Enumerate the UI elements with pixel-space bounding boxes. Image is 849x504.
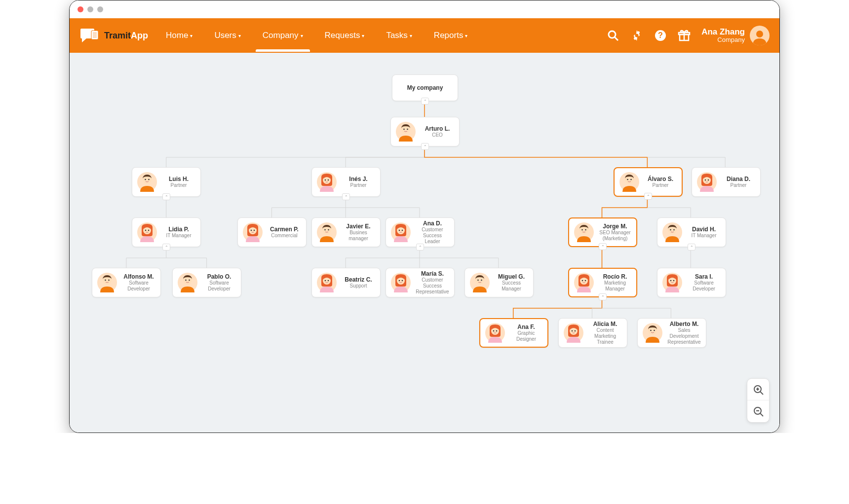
node-name: Inés J. bbox=[342, 176, 375, 182]
avatar-icon bbox=[97, 273, 117, 292]
node-name: Luis H. bbox=[162, 176, 195, 182]
collapse-toggle[interactable]: ⌃ bbox=[342, 193, 350, 200]
topbar-right: Ana Zhang Company bbox=[607, 26, 770, 45]
org-node-diana[interactable]: Diana D.Partner bbox=[692, 167, 761, 197]
app-topbar: TramitApp Home▾ Users▾ Company▾ Requests… bbox=[70, 18, 779, 53]
org-node-carmen[interactable]: Carmen P.Commercial bbox=[237, 217, 307, 247]
avatar-icon bbox=[391, 273, 411, 292]
node-name: My company bbox=[397, 84, 453, 91]
avatar-icon bbox=[574, 222, 594, 242]
org-node-beatriz[interactable]: Beatriz C.Support bbox=[311, 268, 381, 297]
node-name: Carmen P. bbox=[268, 226, 301, 233]
avatar-icon bbox=[396, 122, 416, 142]
node-name: María S. bbox=[416, 270, 449, 277]
avatar-icon bbox=[391, 222, 411, 242]
org-node-anad[interactable]: Ana D.Customer Success Leader ⌃ bbox=[386, 217, 455, 247]
app-logo[interactable]: TramitApp bbox=[79, 27, 148, 44]
org-chart-canvas[interactable]: My company ⌃ Arturo L.CEO ⌃ Luis H.Partn… bbox=[70, 53, 779, 432]
nav-requests[interactable]: Requests▾ bbox=[322, 20, 368, 51]
user-menu[interactable]: Ana Zhang Company bbox=[701, 26, 770, 45]
org-node-ceo[interactable]: Arturo L.CEO ⌃ bbox=[390, 117, 460, 146]
org-node-rocio[interactable]: Rocío R.Marketing Manager ⌃ bbox=[568, 268, 637, 297]
node-role: CEO bbox=[421, 132, 454, 138]
org-node-alicia[interactable]: Alicia M.Content Marketing Trainee bbox=[558, 318, 627, 348]
browser-window: TramitApp Home▾ Users▾ Company▾ Requests… bbox=[69, 0, 780, 433]
zoom-in-button[interactable] bbox=[747, 379, 769, 400]
org-node-alfonso[interactable]: Alfonso M.Software Developer bbox=[92, 268, 161, 297]
org-node-sara[interactable]: Sara I.Software Developer bbox=[657, 268, 726, 297]
logo-text: TramitApp bbox=[104, 31, 148, 41]
org-node-jorge[interactable]: Jorge M.SEO Manager (Marketing) ⌃ bbox=[568, 217, 637, 247]
org-node-anaf[interactable]: Ana F.Graphic Designer bbox=[479, 318, 548, 348]
collapse-toggle[interactable]: ⌃ bbox=[599, 293, 607, 300]
collapse-toggle[interactable]: ⌃ bbox=[599, 243, 607, 250]
nav-tasks[interactable]: Tasks▾ bbox=[383, 20, 415, 51]
org-node-luis[interactable]: Luis H.Partner ⌃ bbox=[132, 167, 201, 197]
avatar-icon bbox=[485, 323, 505, 343]
gift-icon[interactable] bbox=[678, 29, 691, 42]
node-role: IT Manager bbox=[687, 233, 721, 239]
chevron-down-icon: ▾ bbox=[410, 33, 412, 38]
org-node-lidia[interactable]: Lidia P.IT Manager ⌃ bbox=[132, 217, 201, 247]
main-nav: Home▾ Users▾ Company▾ Requests▾ Tasks▾ R… bbox=[163, 20, 607, 51]
node-name: Beatriz C. bbox=[342, 276, 375, 283]
collapse-toggle[interactable]: ⌃ bbox=[644, 193, 652, 200]
help-icon[interactable] bbox=[654, 29, 667, 42]
window-max-dot[interactable] bbox=[97, 6, 103, 12]
node-role: SEO Manager (Marketing) bbox=[599, 230, 631, 242]
org-node-maria[interactable]: María S.Customer Success Representative bbox=[386, 268, 455, 297]
avatar-icon bbox=[643, 323, 662, 343]
nav-users[interactable]: Users▾ bbox=[211, 20, 243, 51]
avatar-icon bbox=[564, 323, 583, 343]
window-min-dot[interactable] bbox=[87, 6, 93, 12]
org-node-david[interactable]: David H.IT Manager ⌃ bbox=[657, 217, 726, 247]
node-name: Diana D. bbox=[722, 176, 755, 182]
collapse-toggle[interactable]: ⌃ bbox=[421, 98, 429, 105]
node-role: IT Manager bbox=[162, 233, 195, 239]
avatar-icon bbox=[470, 273, 490, 292]
org-node-root[interactable]: My company ⌃ bbox=[392, 74, 458, 101]
node-role: Support bbox=[342, 283, 375, 289]
node-role: Customer Success Representative bbox=[416, 277, 449, 295]
avatar-icon bbox=[178, 273, 197, 292]
gear-icon[interactable] bbox=[630, 29, 643, 42]
search-icon[interactable] bbox=[607, 29, 619, 42]
browser-titlebar bbox=[70, 0, 779, 18]
node-name: Sara I. bbox=[687, 273, 721, 280]
nav-company[interactable]: Company▾ bbox=[260, 20, 306, 51]
logo-icon bbox=[79, 27, 100, 44]
avatar-icon bbox=[137, 172, 157, 192]
collapse-toggle[interactable]: ⌃ bbox=[162, 193, 170, 200]
node-role: Sales Development Representative bbox=[667, 327, 701, 345]
org-node-ines[interactable]: Inés J.Partner ⌃ bbox=[311, 167, 381, 197]
chevron-down-icon: ▾ bbox=[238, 33, 241, 38]
node-name: Álvaro S. bbox=[644, 176, 677, 182]
node-role: Software Developer bbox=[122, 280, 155, 292]
nav-reports[interactable]: Reports▾ bbox=[431, 20, 471, 51]
org-node-alberto[interactable]: Alberto M.Sales Development Representati… bbox=[637, 318, 706, 348]
org-node-miguel[interactable]: Miguel G.Success Manager bbox=[464, 268, 534, 297]
node-role: Partner bbox=[722, 182, 755, 188]
collapse-toggle[interactable]: ⌃ bbox=[421, 143, 429, 150]
node-name: Miguel G. bbox=[495, 273, 528, 280]
collapse-toggle[interactable]: ⌃ bbox=[416, 244, 424, 251]
avatar-icon bbox=[243, 222, 263, 242]
node-name: David H. bbox=[687, 226, 721, 233]
node-role: Customer Success Leader bbox=[416, 227, 449, 245]
org-node-pablo[interactable]: Pablo O.Software Developer bbox=[172, 268, 241, 297]
avatar-icon bbox=[662, 273, 682, 292]
avatar-icon bbox=[574, 273, 594, 292]
avatar-icon bbox=[662, 222, 682, 242]
node-name: Pablo O. bbox=[202, 273, 236, 280]
collapse-toggle[interactable]: ⌃ bbox=[688, 244, 695, 251]
zoom-out-button[interactable] bbox=[747, 400, 769, 422]
org-node-alvaro[interactable]: Álvaro S.Partner ⌃ bbox=[614, 167, 683, 197]
org-node-javier[interactable]: Javier E.Busines manager bbox=[311, 217, 381, 247]
collapse-toggle[interactable]: ⌃ bbox=[162, 244, 170, 251]
node-name: Jorge M. bbox=[599, 223, 631, 230]
chevron-down-icon: ▾ bbox=[190, 33, 193, 38]
node-name: Alicia M. bbox=[588, 321, 622, 327]
user-role: Company bbox=[701, 36, 745, 44]
window-close-dot[interactable] bbox=[77, 6, 83, 12]
nav-home[interactable]: Home▾ bbox=[163, 20, 195, 51]
